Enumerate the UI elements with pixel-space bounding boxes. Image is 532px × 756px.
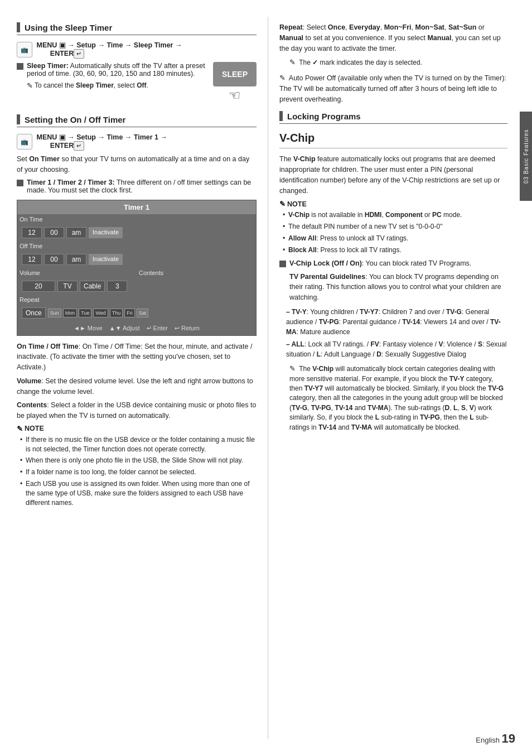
enter-key2: ↵: [74, 141, 84, 151]
timer-table: Timer 1 On Time 12 00 am Inactivate: [17, 200, 257, 336]
vchip-note-1: V-Chip is not available in HDMI, Compone…: [288, 210, 507, 220]
off-time-ampm: am: [66, 254, 86, 265]
vchip-note-icon: ✎: [279, 200, 286, 208]
timer-footer: ◄► Move ▲▼ Adjust ↵ Enter ↩ Return: [20, 323, 254, 334]
bullet-icon: [17, 63, 23, 70]
day-thu: Thu: [110, 309, 123, 317]
sleep-button-box: SLEEP ☜: [213, 62, 257, 103]
enter-key: ↵: [74, 49, 84, 59]
contents-label: Contents: [137, 268, 257, 278]
on-off-time-text: On Time / Off Time: On Time / Off Time: …: [17, 341, 257, 373]
vchip-note-header: ✎ NOTE: [279, 200, 507, 208]
vchip-lock-bullet: V-Chip Lock (Off / On): You can block ra…: [279, 259, 507, 267]
contents-tv: TV: [57, 281, 78, 292]
on-time-row: 12 00 am Inactivate: [20, 226, 254, 239]
note-header: ✎ NOTE: [17, 425, 257, 433]
day-fri: Fri: [124, 309, 135, 317]
vchip-intro: The V-Chip feature automatically locks o…: [279, 154, 507, 196]
day-sun: Sun: [48, 309, 61, 317]
day-sat: Sat: [137, 309, 149, 317]
note-section: ✎ NOTE If there is no music file on the …: [17, 425, 257, 508]
title-bar-icon: [17, 22, 20, 32]
menu-icon: 📺: [17, 42, 32, 57]
chapter-sidebar: 03 Basic Features: [520, 112, 532, 201]
locking-bar: [279, 111, 283, 121]
sleep-timer-section: Using the Sleep Timer 📺 MENU ▣ → Setup →…: [17, 22, 257, 107]
on-time-hour: 12: [22, 227, 42, 238]
note-icon-check: ✎: [289, 58, 296, 66]
contents-num: 3: [107, 281, 127, 292]
pencil-auto: ✎: [279, 74, 286, 82]
vchip-section: V-Chip The V-Chip feature automatically …: [279, 132, 507, 432]
sleep-timer-note: ✎ To cancel the Sleep Timer, select Off.: [17, 81, 207, 92]
note-item-4: Each USB you use is assigned its own fol…: [26, 479, 257, 507]
repeat-days: Sun Mon Tue Wed Thu Fri Sat: [48, 307, 149, 319]
vchip-note-section: ✎ NOTE V-Chip is not available in HDMI, …: [279, 200, 507, 254]
on-time-label: On Time: [17, 214, 257, 224]
repeat-label: Repeat: [17, 295, 257, 305]
dash-item-1: TV-Y: Young children / TV-Y7: Children 7…: [286, 307, 507, 337]
volume-value: 20: [22, 281, 55, 292]
timer-table-header: Timer 1: [17, 200, 257, 214]
page-footer: English 19: [476, 731, 515, 746]
off-time-row: 12 00 am Inactivate: [20, 253, 254, 266]
volume-text: Volume: Set the desired volume level. Us…: [17, 376, 257, 397]
note-item-1: If there is no music file on the USB dev…: [26, 435, 257, 454]
repeat-text: Repeat: Select Once, Everyday, Mon~Fri, …: [279, 22, 507, 54]
auto-block-icon: ✎: [289, 364, 296, 373]
volume-contents-row: 20 TV Cable 3: [20, 280, 254, 293]
repeat-row: Once Sun Mon Tue Wed Thu Fri Sat: [20, 306, 254, 320]
bullet-icon2: [17, 180, 23, 186]
on-off-timer-menu-path: 📺 MENU ▣ → Setup → Time → Timer 1 → ENTE…: [17, 133, 257, 151]
note-item-3: If a folder name is too long, the folder…: [26, 468, 257, 477]
menu-icon2: 📺: [17, 134, 32, 150]
auto-block-note: ✎ The V-Chip will automatically block ce…: [279, 364, 507, 432]
off-time-hour: 12: [22, 254, 42, 265]
title-bar-icon2: [17, 114, 20, 124]
locking-programs-section: Locking Programs: [279, 111, 507, 124]
hand-icon: ☜: [213, 88, 257, 103]
vchip-note-2: The default PIN number of a new TV set i…: [288, 222, 507, 232]
sleep-timer-title: Using the Sleep Timer: [17, 22, 257, 35]
on-time-status: Inactivate: [89, 227, 123, 238]
day-mon: Mon: [63, 309, 78, 317]
dash-item-2: ALL: Lock all TV ratings. / FV: Fantasy …: [286, 339, 507, 359]
bullet-icon3: [279, 261, 286, 267]
day-tue: Tue: [79, 309, 91, 317]
note-pencil-icon: ✎: [17, 425, 23, 433]
contents-cable: Cable: [80, 281, 105, 292]
volume-label: Volume: [17, 268, 137, 278]
day-wed: Wed: [93, 309, 108, 317]
auto-power-text: ✎ Auto Power Off (available only when th…: [279, 73, 507, 104]
off-time-status: Inactivate: [89, 254, 123, 265]
vchip-title: V-Chip: [279, 132, 507, 148]
check-note: ✎ The ✓ mark indicates the day is select…: [279, 57, 507, 68]
off-time-label: Off Time: [17, 241, 257, 251]
sleep-timer-menu-path: 📺 MENU ▣ → Setup → Time → Sleep Timer → …: [17, 41, 257, 59]
timer-bullet: Timer 1 / Timer 2 / Timer 3: Three diffe…: [17, 179, 257, 194]
vchip-note-4: Block All: Press to lock all TV ratings.: [288, 245, 507, 255]
vchip-note-bullets: V-Chip is not available in HDMI, Compone…: [279, 210, 507, 254]
off-time-min: 00: [44, 254, 64, 265]
locking-programs-title: Locking Programs: [279, 111, 507, 124]
on-time-min: 00: [44, 227, 64, 238]
note-bullets: If there is no music file on the USB dev…: [17, 435, 257, 508]
on-time-ampm: am: [66, 227, 86, 238]
contents-text: Contents: Select a folder in the USB dev…: [17, 400, 257, 421]
vchip-note-3: Allow All: Press to unlock all TV rating…: [288, 234, 507, 243]
on-off-timer-section: Setting the On / Off Timer 📺 MENU ▣ → Se…: [17, 114, 257, 507]
sleep-timer-bullet: Sleep Timer: Automatically shuts off the…: [17, 62, 207, 78]
pencil-icon: ✎: [27, 81, 33, 92]
on-off-intro: Set On Timer so that your TV turns on au…: [17, 154, 257, 175]
note-item-2: When there is only one photo file in the…: [26, 456, 257, 465]
repeat-once: Once: [22, 307, 46, 319]
tv-parental-text: TV Parental Guidelines: You can block TV…: [289, 272, 507, 303]
sleep-button: SLEEP: [213, 62, 257, 86]
on-off-timer-title: Setting the On / Off Timer: [17, 114, 257, 127]
